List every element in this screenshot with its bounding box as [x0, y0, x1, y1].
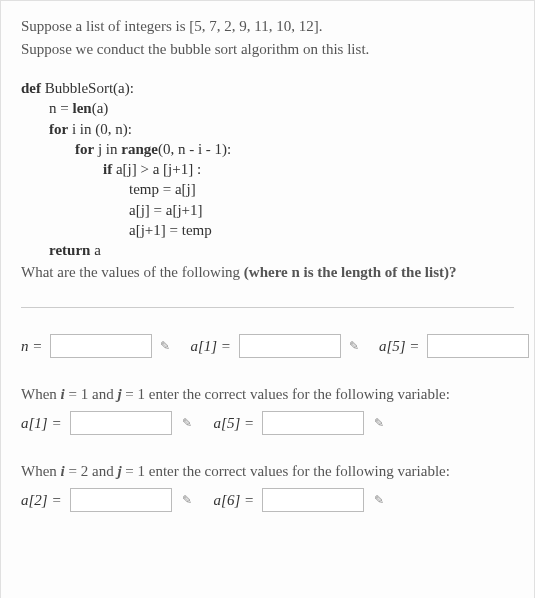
label-a1: a[1] = [190, 338, 231, 355]
input-a6-i2j1[interactable] [262, 488, 364, 512]
code-l4-post: (0, n - i - 1): [158, 141, 231, 157]
row-initial: n = ✎ a[1] = ✎ a[5] = ✎ [21, 334, 514, 358]
eq-i2: = 2 [65, 463, 88, 479]
code-l9-rest: a [90, 242, 100, 258]
label-a5-2: a[5] = [214, 415, 255, 432]
code-l7: a[j] = a[j+1] [21, 200, 514, 220]
code-l4: for j in range(0, n - i - 1): [21, 139, 514, 159]
code-l4-mid: j in [94, 141, 121, 157]
input-a5-i1j1[interactable] [262, 411, 364, 435]
p2-post: enter the correct values for the followi… [145, 386, 450, 402]
row-i1j1: a[1] = ✎ a[5] = ✎ [21, 411, 514, 435]
eq-j1: = 1 [122, 386, 145, 402]
fn-bubblesort: BubbleSort [45, 80, 113, 96]
code-l2: n = len(a) [21, 98, 514, 118]
code-l9: return a [21, 240, 514, 260]
input-n[interactable] [50, 334, 152, 358]
question-prefix: What are the values of the following [21, 264, 244, 280]
intro-line2: Suppose we conduct the bubble sort algor… [21, 41, 369, 57]
code-l8: a[j+1] = temp [21, 220, 514, 240]
fn-range: range [121, 141, 158, 157]
p2-and: and [88, 386, 117, 402]
intro-list-literal: [5, 7, 2, 9, 11, 10, 12] [189, 18, 318, 34]
input-a1[interactable] [239, 334, 341, 358]
fn-len: len [72, 100, 91, 116]
pencil-icon[interactable]: ✎ [180, 416, 194, 430]
code-l3-rest: i in (0, n): [68, 121, 132, 137]
label-a1-2: a[1] = [21, 415, 62, 432]
p3-post: enter the correct values for the followi… [145, 463, 450, 479]
p3-pre: When [21, 463, 61, 479]
code-l6: temp = a[j] [21, 179, 514, 199]
kw-for2: for [75, 141, 94, 157]
code-l5: if a[j] > a [j+1] : [21, 159, 514, 179]
code-block: def BubbleSort(a): n = len(a) for i in (… [21, 78, 514, 260]
question-prompt: What are the values of the following (wh… [21, 264, 514, 281]
kw-def: def [21, 80, 41, 96]
pencil-icon[interactable]: ✎ [180, 493, 194, 507]
pencil-icon[interactable]: ✎ [349, 339, 359, 353]
code-l2-pre: n = [49, 100, 72, 116]
kw-for1: for [49, 121, 68, 137]
input-a5[interactable] [427, 334, 529, 358]
label-a5: a[5] = [379, 338, 420, 355]
question-bold: (where n is the length of the list)? [244, 264, 457, 280]
intro-line1-prefix: Suppose a list of integers is [21, 18, 189, 34]
label-a2: a[2] = [21, 492, 62, 509]
eq-i1: = 1 [65, 386, 88, 402]
intro-text: Suppose a list of integers is [5, 7, 2, … [21, 15, 514, 60]
p2-pre: When [21, 386, 61, 402]
prompt-i2j1: When i = 2 and j = 1 enter the correct v… [21, 463, 514, 480]
pencil-icon[interactable]: ✎ [160, 339, 170, 353]
pencil-icon[interactable]: ✎ [372, 493, 386, 507]
label-n: n = [21, 338, 42, 355]
code-l3: for i in (0, n): [21, 119, 514, 139]
label-a6: a[6] = [214, 492, 255, 509]
code-l1-rest: (a): [113, 80, 134, 96]
code-l2-post: (a) [92, 100, 109, 116]
input-a1-i1j1[interactable] [70, 411, 172, 435]
pencil-icon[interactable]: ✎ [372, 416, 386, 430]
input-a2-i2j1[interactable] [70, 488, 172, 512]
row-i2j1: a[2] = ✎ a[6] = ✎ [21, 488, 514, 512]
kw-return: return [49, 242, 90, 258]
code-l5-rest: a[j] > a [j+1] : [112, 161, 201, 177]
intro-line1-suffix: . [319, 18, 323, 34]
separator-1 [21, 307, 514, 308]
question-page: Suppose a list of integers is [5, 7, 2, … [0, 0, 535, 598]
p3-and: and [88, 463, 117, 479]
kw-if: if [103, 161, 112, 177]
code-l1: def BubbleSort(a): [21, 80, 134, 96]
eq-j1b: = 1 [122, 463, 145, 479]
prompt-i1j1: When i = 1 and j = 1 enter the correct v… [21, 386, 514, 403]
